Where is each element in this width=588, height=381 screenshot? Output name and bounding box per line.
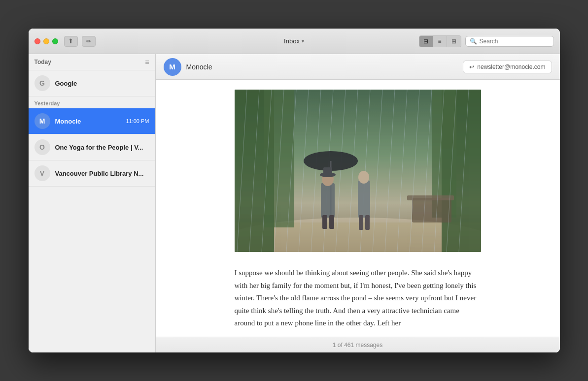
email-item-vancouver-library[interactable]: V Vancouver Public Library N...: [29, 160, 155, 187]
email-item-monocle[interactable]: M Monocle 11:00 PM: [29, 108, 155, 134]
reply-icon: ↩: [469, 64, 474, 70]
svg-rect-40: [235, 90, 481, 252]
today-section-label: Today: [35, 59, 51, 65]
email-sender-google: Google: [55, 80, 77, 87]
detail-sender-name: Monocle: [186, 63, 458, 71]
email-item-row-vancouver-library: Vancouver Public Library N...: [55, 170, 149, 177]
view-grid-icon: ⊞: [451, 38, 456, 45]
titlebar-right: ⊟ ≡ ⊞ 🔍: [419, 35, 554, 47]
email-detail-header: M Monocle ↩ newsletter@monocle.com: [156, 54, 560, 80]
email-item-row-monocle: Monocle 11:00 PM: [55, 118, 149, 125]
message-count: 1 of 461 messages: [333, 342, 382, 349]
email-sender-vancouver-library: Vancouver Public Library N...: [55, 170, 144, 177]
filter-button[interactable]: ≡: [145, 58, 149, 66]
view-toggle-group: ⊟ ≡ ⊞: [419, 35, 461, 47]
email-sender-monocle: Monocle: [55, 118, 81, 125]
email-detail: M Monocle ↩ newsletter@monocle.com: [156, 54, 560, 352]
close-button[interactable]: [35, 38, 40, 44]
detail-sender-avatar: M: [164, 58, 181, 76]
view-lines-icon: ≡: [438, 38, 441, 45]
export-button[interactable]: ⬆: [64, 36, 78, 47]
email-time-monocle: 11:00 PM: [126, 118, 149, 124]
rain-scene-svg: [235, 90, 481, 252]
email-item-row-google: Google: [55, 80, 149, 87]
compose-button[interactable]: ✏: [82, 36, 96, 47]
email-item-row-one-yoga: One Yoga for the People | V...: [55, 144, 149, 151]
email-item-one-yoga[interactable]: O One Yoga for the People | V...: [29, 134, 155, 160]
search-box[interactable]: 🔍: [465, 36, 554, 47]
titlebar: ⬆ ✏ Inbox ▾ ⊟ ≡ ⊞ 🔍: [29, 29, 560, 54]
email-hero-image: [235, 90, 481, 252]
view-button-grid[interactable]: ⊞: [447, 36, 461, 47]
maximize-button[interactable]: [52, 38, 58, 44]
email-item-content-google: Google: [55, 80, 149, 87]
traffic-lights: [35, 38, 58, 44]
view-button-list[interactable]: ⊟: [419, 36, 433, 47]
inbox-chevron-icon: ▾: [302, 38, 304, 44]
yesterday-section-label: Yesterday: [29, 96, 155, 108]
email-body-paragraph: I suppose we should be thinking about se…: [235, 267, 481, 330]
email-body-scroll[interactable]: I suppose we should be thinking about se…: [156, 80, 560, 337]
compose-icon: ✏: [86, 38, 91, 45]
email-list: G Google Yesterday M Monocle 1: [29, 70, 155, 352]
search-input[interactable]: [480, 38, 550, 45]
search-icon: 🔍: [470, 38, 477, 45]
sidebar-header: Today ≡: [29, 54, 155, 70]
avatar-vancouver-library: V: [35, 165, 50, 181]
main-content: Today ≡ G Google Yesterday M: [29, 54, 560, 352]
sidebar: Today ≡ G Google Yesterday M: [29, 54, 156, 352]
email-sender-one-yoga: One Yoga for the People | V...: [55, 144, 143, 151]
avatar-monocle: M: [35, 113, 50, 129]
email-item-content-one-yoga: One Yoga for the People | V...: [55, 144, 149, 151]
inbox-label: Inbox: [284, 37, 300, 45]
avatar-one-yoga: O: [35, 139, 50, 155]
email-item-content-vancouver-library: Vancouver Public Library N...: [55, 170, 149, 177]
avatar-google: G: [35, 75, 50, 91]
email-item-content-monocle: Monocle 11:00 PM: [55, 118, 149, 125]
view-list-icon: ⊟: [423, 38, 428, 45]
titlebar-left: ⬆ ✏: [35, 36, 96, 47]
email-item-google[interactable]: G Google: [29, 70, 155, 96]
mail-window: ⬆ ✏ Inbox ▾ ⊟ ≡ ⊞ 🔍: [28, 28, 560, 353]
reply-email: newsletter@monocle.com: [477, 64, 545, 70]
minimize-button[interactable]: [43, 38, 49, 44]
export-icon: ⬆: [68, 37, 73, 45]
reply-button[interactable]: ↩ newsletter@monocle.com: [463, 61, 552, 73]
view-button-lines[interactable]: ≡: [433, 36, 447, 47]
status-bar: 1 of 461 messages: [156, 337, 560, 352]
